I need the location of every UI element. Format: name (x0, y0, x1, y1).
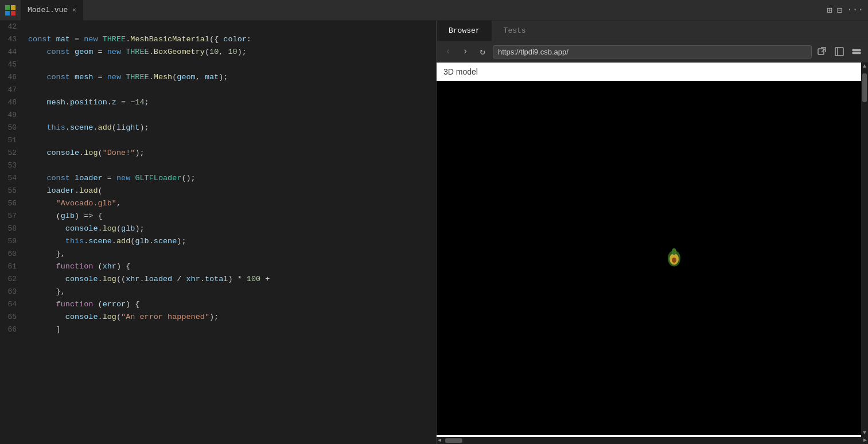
line-number: 54 (0, 172, 26, 185)
code-line: 60 }, (0, 248, 436, 260)
token-var: error (103, 300, 126, 309)
line-number: 50 (0, 122, 26, 134)
scroll-down-button[interactable]: ▼ (861, 429, 868, 437)
line-number: 61 (0, 260, 26, 273)
code-editor[interactable]: 4243const mat = new THREE.MeshBasicMater… (0, 21, 436, 444)
line-number: 53 (0, 159, 26, 172)
token-punct: (( (116, 275, 126, 283)
token-punct: { (130, 300, 139, 309)
code-line: 64 function (error) { (0, 298, 436, 311)
code-line: 48 mesh.position.z = −14; (0, 96, 436, 109)
code-line: 54 const loader = new GLTFLoader(); (0, 172, 436, 185)
token-fn: log (84, 149, 98, 157)
file-tab[interactable]: Model.vue × (21, 0, 83, 21)
token-cls: THREE (103, 35, 126, 44)
scroll-right-button[interactable]: ▶ (862, 437, 868, 444)
token-op: = (103, 174, 116, 182)
tab-browser[interactable]: Browser (437, 21, 492, 41)
token-punct: { (121, 262, 130, 271)
token-kw: const (46, 73, 70, 81)
forward-button[interactable]: › (458, 45, 472, 59)
tab-tests[interactable]: Tests (492, 21, 538, 41)
token-kw: const (28, 35, 52, 44)
token-op: = (93, 73, 107, 81)
token-punct: , (116, 199, 121, 208)
code-line: 61 function (xhr) { (0, 260, 436, 273)
token-punct: ); (238, 48, 247, 56)
scroll-up-button[interactable]: ▲ (861, 63, 868, 71)
vertical-scrollbar[interactable]: ▲ ▼ (861, 63, 868, 437)
line-content: }, (26, 248, 436, 260)
token-punct: ( (93, 262, 102, 271)
token-kw2: function (56, 262, 94, 271)
token-cls: THREE (126, 48, 149, 56)
token-punct: ( (112, 123, 116, 132)
token-punct (52, 35, 56, 44)
line-number: 57 (0, 210, 26, 223)
h-scrollbar-thumb[interactable] (445, 438, 462, 443)
token-cls: THREE (126, 73, 149, 81)
token-kw: new (107, 48, 121, 56)
refresh-button[interactable]: ↻ (476, 45, 489, 59)
svg-rect-9 (853, 52, 861, 54)
token-punct: ( (116, 313, 121, 321)
token-punct: ); (177, 237, 186, 246)
url-input[interactable] (493, 45, 812, 59)
token-fn: MeshBasicMaterial (130, 35, 209, 44)
scrollbar-thumb[interactable] (862, 73, 867, 102)
token-var: mesh (75, 73, 93, 81)
token-punct: }, (28, 287, 65, 296)
token-punct: }, (28, 250, 65, 258)
line-number: 47 (0, 84, 26, 96)
token-prop: total (205, 275, 228, 283)
code-line: 42 (0, 21, 436, 33)
svg-rect-1 (11, 5, 15, 10)
token-str: "Done!" (103, 149, 135, 157)
token-punct: . (200, 275, 205, 283)
token-punct (28, 48, 46, 56)
token-num: 10 (228, 48, 237, 56)
token-fn: add (98, 123, 112, 132)
token-fn: add (116, 237, 130, 246)
code-line: 45 (0, 59, 436, 71)
code-line: 43const mat = new THREE.MeshBasicMateria… (0, 33, 436, 46)
token-var: console (65, 224, 98, 233)
code-line: 65 console.log("An error happened"); (0, 311, 436, 324)
split-icon[interactable]: ⊟ (837, 5, 843, 16)
avocado-model (666, 246, 682, 270)
token-punct (98, 35, 103, 44)
tab-close-button[interactable]: × (72, 7, 76, 14)
token-punct: { (93, 212, 102, 220)
line-number: 49 (0, 109, 26, 122)
token-cls: GLTFLoader (135, 174, 181, 182)
token-punct: . (65, 123, 70, 132)
browser-settings-button[interactable] (850, 45, 863, 59)
more-icon[interactable]: ··· (847, 5, 863, 16)
token-punct (28, 275, 65, 283)
line-number: 60 (0, 248, 26, 260)
token-punct: . (98, 224, 103, 233)
token-punct (70, 174, 75, 182)
open-fullscreen-button[interactable] (832, 45, 846, 59)
scroll-left-button[interactable]: ◀ (437, 437, 442, 444)
token-punct: ( (93, 300, 102, 309)
line-content: function (xhr) { (26, 260, 436, 273)
code-line: 63 }, (0, 286, 436, 298)
code-line: 58 console.log(glb); (0, 223, 436, 235)
token-punct: ({ (209, 35, 223, 44)
open-new-window-button[interactable] (815, 45, 829, 59)
token-op: = (116, 98, 130, 107)
horizontal-scrollbar[interactable]: ◀ ▶ (437, 437, 868, 444)
back-button[interactable]: ‹ (441, 45, 455, 59)
token-var: geom (75, 48, 93, 56)
token-punct: . (112, 237, 116, 246)
layout-icon[interactable]: ⊞ (827, 5, 832, 16)
code-line: 66 ] (0, 324, 436, 336)
token-punct: : (247, 35, 251, 44)
token-kw2: function (56, 300, 94, 309)
token-var: glb (121, 224, 135, 233)
line-content: const mesh = new THREE.Mesh(geom, mat); (26, 71, 436, 84)
token-punct (28, 98, 46, 107)
token-var: glb (61, 212, 75, 220)
token-punct (28, 149, 46, 157)
